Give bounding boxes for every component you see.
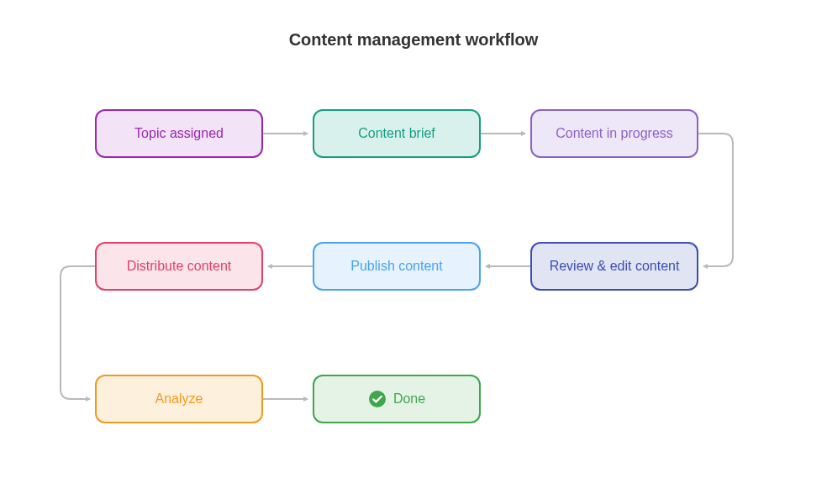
arrow-distribute-to-analyze: [61, 266, 95, 399]
node-done: Done: [313, 375, 481, 423]
node-label: Publish content: [350, 259, 442, 274]
node-label: Distribute content: [127, 259, 232, 274]
node-distribute-content: Distribute content: [95, 242, 263, 291]
node-label: Content brief: [358, 126, 435, 141]
node-publish-content: Publish content: [313, 242, 481, 291]
node-content-in-progress: Content in progress: [530, 109, 698, 158]
node-label: Review & edit content: [550, 259, 680, 274]
check-circle-icon: [368, 390, 387, 408]
diagram-title: Content management workflow: [0, 30, 827, 50]
node-analyze: Analyze: [95, 375, 263, 423]
node-content-brief: Content brief: [313, 109, 481, 158]
node-review-edit-content: Review & edit content: [530, 242, 698, 291]
node-label: Content in progress: [556, 126, 673, 141]
svg-point-0: [369, 391, 386, 407]
node-label: Topic assigned: [134, 126, 224, 141]
node-label: Analyze: [155, 391, 203, 407]
arrow-progress-to-review: [698, 134, 733, 266]
node-topic-assigned: Topic assigned: [95, 109, 263, 158]
node-label: Done: [393, 391, 425, 407]
